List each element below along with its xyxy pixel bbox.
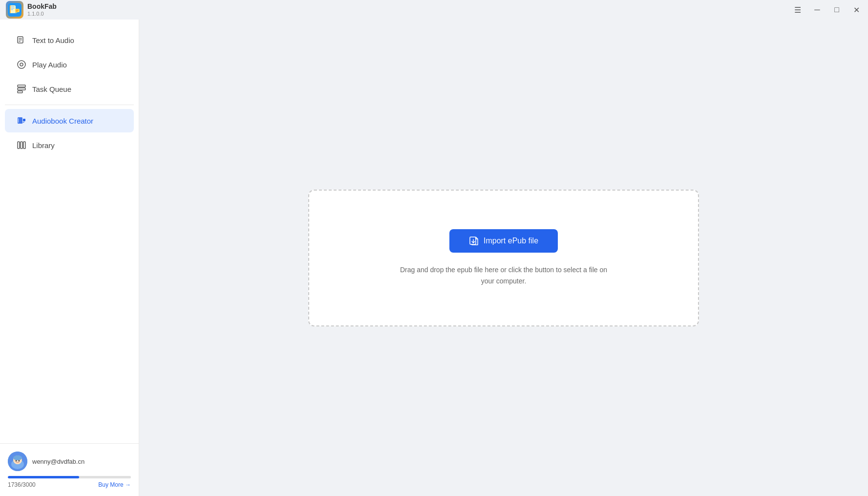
svg-point-33 [19,460,20,462]
svg-rect-20 [18,118,19,123]
svg-marker-22 [22,122,25,123]
sidebar-footer: wenny@dvdfab.cn 1736/3000 Buy More → [0,443,139,496]
svg-rect-13 [19,41,21,42]
app-branding: BookFab 1.1.0.0 [6,1,57,19]
text-to-audio-icon [17,35,26,45]
svg-rect-24 [21,142,22,149]
title-bar: BookFab 1.1.0.0 ☰ ─ □ ✕ [0,0,868,20]
svg-rect-16 [18,85,25,87]
text-to-audio-label: Text to Audio [32,36,74,44]
play-audio-label: Play Audio [32,61,67,69]
svg-rect-21 [23,119,25,121]
sidebar-item-text-to-audio[interactable]: Text to Audio [5,28,134,52]
sidebar-nav: Text to Audio Play Audio [0,20,139,443]
user-info: wenny@dvdfab.cn [8,452,131,471]
content-area: Import ePub file Drag and drop the epub … [139,20,868,496]
app-logo [6,1,23,19]
main-layout: Text to Audio Play Audio [0,20,868,496]
window-controls: ☰ ─ □ ✕ [792,4,862,16]
audiobook-creator-icon [17,116,26,126]
sidebar-item-library[interactable]: Library [5,133,134,157]
drop-zone[interactable]: Import ePub file Drag and drop the epub … [308,190,699,326]
svg-rect-4 [11,9,13,10]
svg-rect-25 [23,142,25,149]
sidebar: Text to Audio Play Audio [0,20,139,496]
audiobook-creator-label: Audiobook Creator [32,117,93,125]
sidebar-item-task-queue[interactable]: Task Queue [5,77,134,101]
app-name: BookFab [27,2,57,11]
svg-rect-8 [16,10,19,10]
svg-point-15 [20,63,23,66]
buy-more-link[interactable]: Buy More → [98,481,131,488]
svg-rect-3 [11,8,15,9]
library-label: Library [32,141,55,150]
svg-rect-18 [18,91,22,93]
svg-rect-11 [19,38,22,39]
import-icon [469,236,479,246]
drop-hint-line2: your computer. [481,277,527,285]
svg-rect-9 [16,11,18,11]
maximize-button[interactable]: □ [831,4,843,16]
svg-rect-12 [19,40,22,40]
usage-bar-track [8,476,131,478]
svg-rect-6 [15,9,20,12]
close-icon: ✕ [853,5,860,15]
svg-rect-2 [11,6,15,7]
task-queue-label: Task Queue [32,85,71,93]
svg-rect-17 [18,88,25,90]
usage-bar-fill [8,476,79,478]
sidebar-item-play-audio[interactable]: Play Audio [5,53,134,76]
usage-bar-container: 1736/3000 Buy More → [8,476,131,488]
task-queue-icon [17,84,26,94]
close-button[interactable]: ✕ [850,4,862,16]
drop-hint-line1: Drag and drop the epub file here or clic… [400,266,607,274]
svg-point-32 [16,460,17,462]
play-audio-icon [17,60,26,69]
import-button-label: Import ePub file [484,237,538,245]
svg-rect-34 [470,237,476,244]
sidebar-item-audiobook-creator[interactable]: Audiobook Creator [5,109,134,132]
menu-button[interactable]: ☰ [792,4,804,16]
svg-point-14 [18,61,25,68]
maximize-icon: □ [834,5,839,14]
menu-icon: ☰ [794,5,801,15]
drop-hint: Drag and drop the epub file here or clic… [400,264,607,286]
svg-rect-5 [10,5,11,13]
usage-count: 1736/3000 [8,481,36,488]
app-version: 1.1.0.0 [27,11,57,17]
library-icon [17,140,26,150]
user-email: wenny@dvdfab.cn [32,458,85,465]
app-name-block: BookFab 1.1.0.0 [27,2,57,17]
user-avatar [8,452,27,471]
import-epub-button[interactable]: Import ePub file [449,229,558,253]
minimize-icon: ─ [814,5,820,14]
svg-point-31 [13,455,22,460]
minimize-button[interactable]: ─ [811,4,823,16]
nav-divider [5,105,134,105]
usage-row: 1736/3000 Buy More → [8,481,131,488]
svg-rect-23 [18,142,20,149]
